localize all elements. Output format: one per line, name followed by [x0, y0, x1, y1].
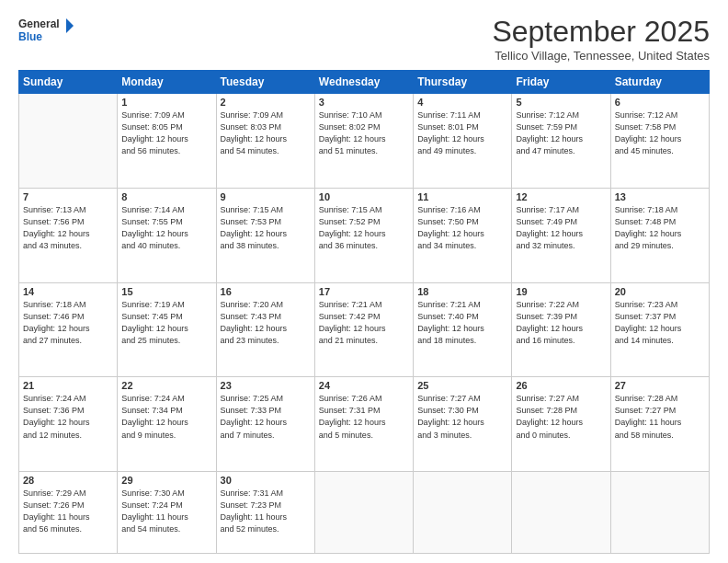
calendar-cell: 14Sunrise: 7:18 AM Sunset: 7:46 PM Dayli…	[19, 282, 118, 377]
weekday-header: Thursday	[414, 71, 512, 94]
day-info: Sunrise: 7:18 AM Sunset: 7:48 PM Dayligh…	[615, 204, 705, 252]
calendar-week-row: 14Sunrise: 7:18 AM Sunset: 7:46 PM Dayli…	[19, 282, 710, 377]
day-info: Sunrise: 7:24 AM Sunset: 7:34 PM Dayligh…	[121, 393, 211, 441]
day-number: 12	[516, 191, 606, 202]
day-number: 7	[23, 191, 113, 202]
calendar-week-row: 28Sunrise: 7:29 AM Sunset: 7:26 PM Dayli…	[19, 472, 710, 554]
calendar-cell: 28Sunrise: 7:29 AM Sunset: 7:26 PM Dayli…	[19, 472, 118, 554]
weekday-header: Wednesday	[314, 71, 413, 94]
logo-svg: General Blue	[18, 15, 74, 48]
day-number: 16	[221, 286, 311, 297]
day-info: Sunrise: 7:28 AM Sunset: 7:27 PM Dayligh…	[615, 393, 705, 441]
calendar-cell	[512, 472, 610, 554]
calendar-cell: 7Sunrise: 7:13 AM Sunset: 7:56 PM Daylig…	[19, 188, 118, 282]
day-info: Sunrise: 7:15 AM Sunset: 7:53 PM Dayligh…	[221, 204, 311, 252]
day-number: 1	[121, 97, 211, 108]
day-number: 21	[23, 380, 113, 391]
calendar-cell: 17Sunrise: 7:21 AM Sunset: 7:42 PM Dayli…	[314, 282, 413, 377]
day-info: Sunrise: 7:09 AM Sunset: 8:05 PM Dayligh…	[121, 109, 211, 157]
day-info: Sunrise: 7:29 AM Sunset: 7:26 PM Dayligh…	[23, 488, 113, 535]
month-title: September 2025	[492, 15, 710, 49]
calendar-cell: 4Sunrise: 7:11 AM Sunset: 8:01 PM Daylig…	[414, 94, 512, 189]
day-info: Sunrise: 7:11 AM Sunset: 8:01 PM Dayligh…	[417, 109, 507, 157]
calendar-cell: 29Sunrise: 7:30 AM Sunset: 7:24 PM Dayli…	[118, 472, 216, 554]
day-number: 10	[319, 191, 409, 202]
day-info: Sunrise: 7:22 AM Sunset: 7:39 PM Dayligh…	[516, 299, 606, 347]
day-info: Sunrise: 7:31 AM Sunset: 7:23 PM Dayligh…	[221, 488, 311, 535]
day-info: Sunrise: 7:12 AM Sunset: 7:58 PM Dayligh…	[615, 109, 705, 157]
day-info: Sunrise: 7:27 AM Sunset: 7:30 PM Dayligh…	[417, 393, 507, 441]
day-number: 26	[516, 380, 606, 391]
day-number: 22	[121, 380, 211, 391]
day-info: Sunrise: 7:18 AM Sunset: 7:46 PM Dayligh…	[23, 299, 113, 347]
calendar-cell: 22Sunrise: 7:24 AM Sunset: 7:34 PM Dayli…	[118, 377, 216, 472]
weekday-header: Sunday	[19, 71, 118, 94]
day-number: 24	[319, 380, 409, 391]
day-number: 9	[221, 191, 311, 202]
calendar-cell: 3Sunrise: 7:10 AM Sunset: 8:02 PM Daylig…	[314, 94, 413, 189]
calendar-cell: 6Sunrise: 7:12 AM Sunset: 7:58 PM Daylig…	[610, 94, 709, 189]
calendar-header-row: SundayMondayTuesdayWednesdayThursdayFrid…	[19, 71, 710, 94]
svg-marker-2	[66, 18, 74, 33]
calendar-week-row: 7Sunrise: 7:13 AM Sunset: 7:56 PM Daylig…	[19, 188, 710, 282]
day-number: 15	[121, 286, 211, 297]
day-info: Sunrise: 7:26 AM Sunset: 7:31 PM Dayligh…	[319, 393, 409, 441]
calendar-cell: 5Sunrise: 7:12 AM Sunset: 7:59 PM Daylig…	[512, 94, 610, 189]
calendar-cell	[314, 472, 413, 554]
page: General Blue September 2025 Tellico Vill…	[0, 0, 728, 563]
calendar-cell: 26Sunrise: 7:27 AM Sunset: 7:28 PM Dayli…	[512, 377, 610, 472]
calendar-cell: 11Sunrise: 7:16 AM Sunset: 7:50 PM Dayli…	[414, 188, 512, 282]
svg-text:Blue: Blue	[18, 30, 42, 43]
day-number: 27	[615, 380, 705, 391]
calendar-cell: 30Sunrise: 7:31 AM Sunset: 7:23 PM Dayli…	[216, 472, 314, 554]
calendar-cell: 27Sunrise: 7:28 AM Sunset: 7:27 PM Dayli…	[610, 377, 709, 472]
day-number: 17	[319, 286, 409, 297]
weekday-header: Friday	[512, 71, 610, 94]
day-info: Sunrise: 7:23 AM Sunset: 7:37 PM Dayligh…	[615, 299, 705, 347]
calendar-cell: 1Sunrise: 7:09 AM Sunset: 8:05 PM Daylig…	[118, 94, 216, 189]
day-info: Sunrise: 7:24 AM Sunset: 7:36 PM Dayligh…	[23, 393, 113, 441]
day-number: 30	[221, 475, 311, 486]
calendar-cell: 21Sunrise: 7:24 AM Sunset: 7:36 PM Dayli…	[19, 377, 118, 472]
calendar-cell: 8Sunrise: 7:14 AM Sunset: 7:55 PM Daylig…	[118, 188, 216, 282]
day-info: Sunrise: 7:10 AM Sunset: 8:02 PM Dayligh…	[319, 109, 409, 157]
calendar-week-row: 21Sunrise: 7:24 AM Sunset: 7:36 PM Dayli…	[19, 377, 710, 472]
day-number: 14	[23, 286, 113, 297]
day-info: Sunrise: 7:17 AM Sunset: 7:49 PM Dayligh…	[516, 204, 606, 252]
calendar-cell: 12Sunrise: 7:17 AM Sunset: 7:49 PM Dayli…	[512, 188, 610, 282]
calendar-cell	[414, 472, 512, 554]
day-number: 20	[615, 286, 705, 297]
day-info: Sunrise: 7:19 AM Sunset: 7:45 PM Dayligh…	[121, 299, 211, 347]
day-info: Sunrise: 7:13 AM Sunset: 7:56 PM Dayligh…	[23, 204, 113, 252]
calendar-cell: 25Sunrise: 7:27 AM Sunset: 7:30 PM Dayli…	[414, 377, 512, 472]
day-number: 3	[319, 97, 409, 108]
title-block: September 2025 Tellico Village, Tennesse…	[492, 15, 710, 63]
day-info: Sunrise: 7:16 AM Sunset: 7:50 PM Dayligh…	[417, 204, 507, 252]
day-number: 5	[516, 97, 606, 108]
day-info: Sunrise: 7:20 AM Sunset: 7:43 PM Dayligh…	[221, 299, 311, 347]
weekday-header: Saturday	[610, 71, 709, 94]
day-number: 28	[23, 475, 113, 486]
day-info: Sunrise: 7:27 AM Sunset: 7:28 PM Dayligh…	[516, 393, 606, 441]
day-info: Sunrise: 7:12 AM Sunset: 7:59 PM Dayligh…	[516, 109, 606, 157]
calendar-cell	[19, 94, 118, 189]
day-info: Sunrise: 7:30 AM Sunset: 7:24 PM Dayligh…	[121, 488, 211, 535]
day-number: 29	[121, 475, 211, 486]
calendar-cell: 19Sunrise: 7:22 AM Sunset: 7:39 PM Dayli…	[512, 282, 610, 377]
day-number: 4	[417, 97, 507, 108]
calendar-cell: 18Sunrise: 7:21 AM Sunset: 7:40 PM Dayli…	[414, 282, 512, 377]
day-number: 25	[417, 380, 507, 391]
calendar-cell: 10Sunrise: 7:15 AM Sunset: 7:52 PM Dayli…	[314, 188, 413, 282]
day-info: Sunrise: 7:15 AM Sunset: 7:52 PM Dayligh…	[319, 204, 409, 252]
day-number: 2	[221, 97, 311, 108]
calendar-cell: 2Sunrise: 7:09 AM Sunset: 8:03 PM Daylig…	[216, 94, 314, 189]
calendar-cell: 20Sunrise: 7:23 AM Sunset: 7:37 PM Dayli…	[610, 282, 709, 377]
day-info: Sunrise: 7:21 AM Sunset: 7:40 PM Dayligh…	[417, 299, 507, 347]
calendar-cell: 13Sunrise: 7:18 AM Sunset: 7:48 PM Dayli…	[610, 188, 709, 282]
day-number: 8	[121, 191, 211, 202]
calendar-cell: 16Sunrise: 7:20 AM Sunset: 7:43 PM Dayli…	[216, 282, 314, 377]
weekday-header: Tuesday	[216, 71, 314, 94]
calendar-table: SundayMondayTuesdayWednesdayThursdayFrid…	[18, 70, 710, 554]
calendar-week-row: 1Sunrise: 7:09 AM Sunset: 8:05 PM Daylig…	[19, 94, 710, 189]
svg-text:General: General	[18, 17, 60, 30]
